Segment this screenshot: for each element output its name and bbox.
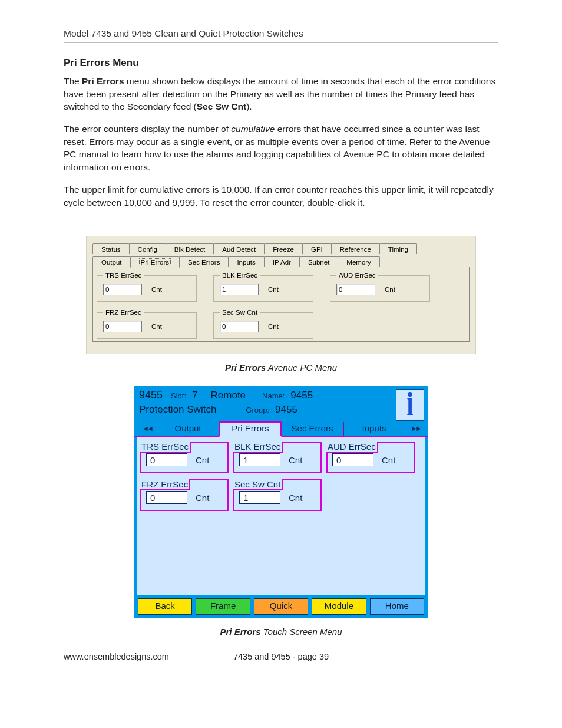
slot-label: Slot:	[171, 391, 186, 400]
touch-tab-sec-errors[interactable]: Sec Errors	[282, 421, 343, 436]
tab-gpi[interactable]: GPI	[302, 243, 332, 254]
caption-rest: Avenue PC Menu	[266, 363, 337, 373]
counter-input[interactable]	[103, 284, 142, 295]
frame-button[interactable]: Frame	[196, 598, 250, 615]
back-button[interactable]: Back	[138, 598, 192, 615]
tab-timing[interactable]: Timing	[379, 243, 417, 254]
subtitle: Protection Switch	[139, 404, 216, 416]
group-legend: BLK ErrSec	[220, 272, 260, 279]
touch-tab-inputs[interactable]: Inputs	[343, 421, 405, 436]
tab-freeze[interactable]: Freeze	[264, 243, 303, 254]
tab-status[interactable]: Status	[92, 243, 130, 254]
dialog-body: TRS ErrSecCntBLK ErrSecCntAUD ErrSecCntF…	[92, 267, 470, 342]
slot-value: 7	[192, 390, 197, 401]
counter-input[interactable]	[336, 284, 375, 295]
paragraph-2: The error counters display the number of…	[64, 123, 498, 174]
tab-blk-detect[interactable]: Blk Detect	[166, 243, 214, 254]
paragraph-3: The upper limit for cumulative errors is…	[64, 183, 498, 209]
unit-label: Cnt	[385, 286, 395, 293]
counter-input[interactable]	[220, 284, 259, 295]
group-trs-errsec: TRS ErrSecCnt	[97, 272, 197, 302]
group-aud-errsec: AUD ErrSecCnt	[330, 272, 430, 302]
counter-input[interactable]	[146, 453, 187, 466]
group-value: 9455	[275, 404, 297, 416]
tab-aud-detect[interactable]: Aud Detect	[213, 243, 265, 254]
name-value: 9455	[290, 390, 313, 401]
group-legend: BLK ErrSec	[233, 442, 283, 453]
info-icon[interactable]: l	[396, 389, 424, 421]
counter-input[interactable]	[239, 453, 280, 466]
tab-subnet[interactable]: Subnet	[299, 256, 338, 267]
group-legend: TRS ErrSec	[103, 272, 144, 279]
touch-group-trs-errsec: TRS ErrSecCnt	[140, 442, 229, 473]
touch-tab-pri-errors[interactable]: Pri Errors	[219, 421, 282, 437]
group-legend: Sec Sw Cnt	[220, 309, 260, 316]
touch-tab-strip: ◄◄ OutputPri ErrorsSec ErrorsInputs ►►	[134, 421, 428, 437]
caption-lead: Pri Errors	[225, 363, 266, 373]
caption-rest: Touch Screen Menu	[261, 627, 342, 637]
group-frz-errsec: FRZ ErrSecCnt	[97, 309, 197, 339]
model-number: 9455	[139, 389, 163, 401]
group-legend: FRZ ErrSec	[140, 479, 190, 490]
counter-input[interactable]	[220, 321, 259, 332]
quick-button[interactable]: Quick	[254, 598, 308, 615]
tab-ip-adr[interactable]: IP Adr	[264, 256, 300, 267]
touch-group-aud-errsec: AUD ErrSecCnt	[326, 442, 415, 473]
scroll-left-icon[interactable]: ◄◄	[137, 421, 157, 436]
touch-screen: l 9455 Slot: 7 Remote Name: 9455 Protect…	[134, 386, 428, 618]
footer-page: 7435 and 9455 - page 39	[193, 652, 369, 661]
tab-strip: StatusConfigBlk DetectAud DetectFreezeGP…	[92, 241, 470, 267]
text: The error counters display the number of	[64, 124, 231, 134]
group-legend: Sec Sw Cnt	[233, 479, 283, 490]
group-legend: AUD ErrSec	[336, 272, 378, 279]
tab-pri-errors[interactable]: Pri Errors	[130, 256, 180, 268]
unit-label: Cnt	[151, 286, 162, 293]
touch-tab-output[interactable]: Output	[157, 421, 219, 436]
unit-label: Cnt	[289, 455, 302, 465]
counter-input[interactable]	[239, 491, 280, 504]
scroll-right-icon[interactable]: ►►	[405, 421, 425, 436]
counter-input[interactable]	[103, 321, 142, 332]
section-heading: Pri Errors Menu	[64, 57, 498, 69]
unit-label: Cnt	[268, 286, 279, 293]
unit-label: Cnt	[289, 493, 302, 503]
page-footer: www.ensembledesigns.com 7435 and 9455 - …	[64, 652, 498, 661]
group-legend: FRZ ErrSec	[103, 309, 144, 316]
italic-term: cumulative	[231, 124, 275, 134]
caption-lead: Pri Errors	[220, 627, 260, 637]
counter-input[interactable]	[146, 491, 187, 504]
unit-label: Cnt	[382, 455, 395, 465]
touch-group-frz-errsec: FRZ ErrSecCnt	[140, 479, 229, 511]
module-button[interactable]: Module	[312, 598, 366, 615]
tab-inputs[interactable]: Inputs	[228, 256, 264, 267]
tab-sec-errors[interactable]: Sec Errors	[179, 256, 229, 267]
group-sec-sw-cnt: Sec Sw CntCnt	[213, 309, 313, 339]
bold-term: Pri Errors	[82, 76, 124, 86]
tab-reference[interactable]: Reference	[331, 243, 380, 254]
group-blk-errsec: BLK ErrSecCnt	[213, 272, 313, 302]
touch-group-sec-sw-cnt: Sec Sw CntCnt	[233, 479, 322, 511]
unit-label: Cnt	[268, 323, 279, 330]
paragraph-1: The Pri Errors menu shown below displays…	[64, 75, 498, 113]
tab-config[interactable]: Config	[129, 243, 166, 254]
running-header: Model 7435 and 9455 Clean and Quiet Prot…	[64, 28, 498, 43]
caption-pc: Pri Errors Avenue PC Menu	[64, 363, 498, 373]
touch-header: 9455 Slot: 7 Remote Name: 9455 Protectio…	[134, 386, 428, 418]
group-legend: AUD ErrSec	[326, 442, 378, 453]
touch-group-blk-errsec: BLK ErrSecCnt	[233, 442, 322, 473]
bold-term: Sec Sw Cnt	[197, 101, 246, 111]
tab-output[interactable]: Output	[92, 256, 131, 267]
unit-label: Cnt	[196, 493, 209, 503]
touch-footer: BackFrameQuickModuleHome	[134, 595, 428, 618]
unit-label: Cnt	[196, 455, 209, 465]
counter-input[interactable]	[332, 453, 373, 466]
avenue-pc-dialog: StatusConfigBlk DetectAud DetectFreezeGP…	[86, 236, 476, 354]
group-legend: TRS ErrSec	[140, 442, 191, 453]
text: menu shown below displays the amount of …	[64, 76, 495, 111]
tab-memory[interactable]: Memory	[338, 256, 380, 267]
unit-label: Cnt	[151, 323, 162, 330]
mode-value: Remote	[211, 390, 246, 401]
home-button[interactable]: Home	[370, 598, 424, 615]
text: ).	[246, 101, 252, 111]
caption-touch: Pri Errors Touch Screen Menu	[64, 627, 498, 637]
